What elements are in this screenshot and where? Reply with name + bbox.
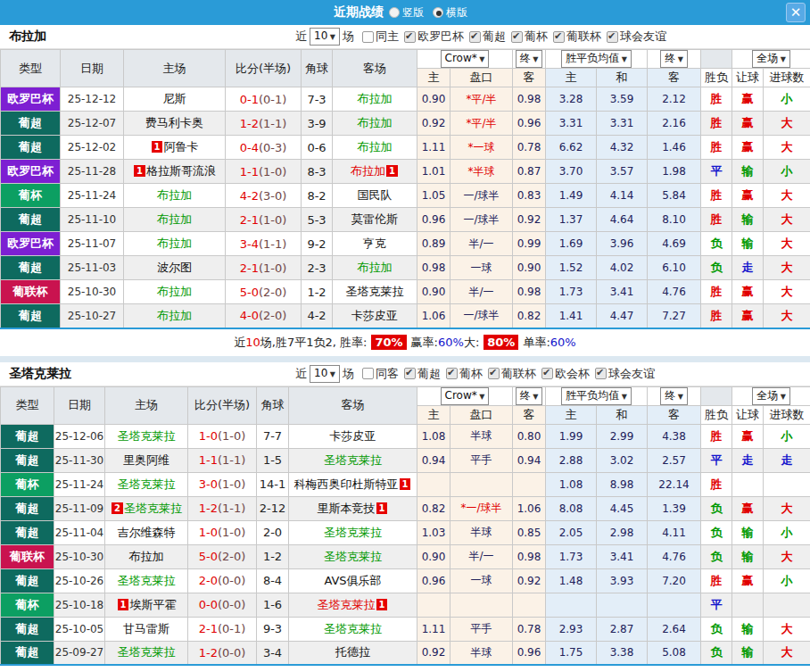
- league-filter-label: 欧罗巴杯: [417, 29, 464, 45]
- league-badge-cell: 葡超: [1, 424, 54, 448]
- date-cell: 25-11-28: [61, 160, 124, 184]
- league-filter-checkbox[interactable]: [404, 31, 416, 43]
- away-team-cell: 卡莎皮亚: [333, 304, 417, 328]
- team-label: 里奥阿维: [123, 453, 169, 467]
- result-goals-cell: 大: [764, 208, 810, 232]
- match-row: 葡超25-10-05甘马雷斯2-1(0-1)9-3圣塔克莱拉1.11平手0.78…: [1, 617, 810, 641]
- team-label: 国民队: [358, 188, 393, 202]
- euro-final-select[interactable]: 终: [660, 50, 688, 68]
- col-handicap-result: 让球: [732, 405, 764, 424]
- team-label: 布拉加: [358, 140, 393, 153]
- score-cell: 0-4(0-3): [226, 136, 302, 160]
- result-outcome-cell: 胜: [701, 424, 732, 448]
- result-handicap-cell: 赢: [732, 184, 764, 208]
- asian-away-odds-cell: 0.83: [513, 184, 546, 208]
- col-euro-draw: 和: [597, 69, 648, 87]
- score-cell: 0-0(0-0): [188, 593, 257, 617]
- league-filter-checkbox[interactable]: [541, 368, 553, 379]
- team-label: 尼斯: [163, 92, 186, 105]
- col-euro-away: 客: [648, 69, 701, 87]
- match-count-select[interactable]: 10: [310, 28, 340, 46]
- result-goals-cell: 小: [764, 520, 810, 544]
- league-badge-cell: 欧罗巴杯: [1, 232, 61, 256]
- result-goals-cell: 小: [764, 568, 810, 593]
- handicap-cell: 半球: [450, 424, 513, 448]
- corner-cell: 0-6: [302, 136, 333, 160]
- team-label: 圣塔克莱拉: [346, 285, 404, 298]
- scope-select[interactable]: 全场: [752, 50, 790, 68]
- euro-home-odds-cell: 2.93: [546, 617, 597, 641]
- team-label: 布拉加: [358, 92, 393, 105]
- team-label: 阿鲁卡: [163, 140, 198, 153]
- league-badge-cell: 葡超: [1, 112, 61, 136]
- away-team-cell: 圣塔克莱拉: [289, 448, 417, 472]
- league-badge-cell: 欧罗巴杯: [1, 87, 61, 112]
- league-badge-cell: 葡超: [1, 520, 54, 544]
- match-row: 葡联杯25-10-30布拉加5-0(2-0)1-2圣塔克莱拉0.90半/一0.9…: [1, 544, 810, 568]
- asian-home-odds-cell: 0.94: [417, 448, 450, 472]
- col-date: 日期: [54, 386, 105, 424]
- summary-segment: 场,胜7平1负2, 胜率:: [260, 335, 368, 351]
- same-venue-checkbox[interactable]: [362, 31, 374, 43]
- euro-average-select[interactable]: 胜平负均值: [561, 387, 632, 405]
- titlebar: 近期战绩 竖版 横版 ✕: [0, 0, 810, 25]
- euro-final-select[interactable]: 终: [660, 387, 688, 405]
- match-count-select[interactable]: 10: [310, 365, 340, 383]
- home-team-cell: 里奥阿维: [105, 448, 188, 472]
- euro-draw-odds-cell: 3.41: [597, 544, 648, 568]
- league-filter-checkbox[interactable]: [488, 368, 500, 379]
- team-label: 波尔图: [157, 261, 192, 274]
- asian-home-odds-cell: 0.92: [417, 641, 450, 665]
- close-icon: ✕: [790, 4, 802, 21]
- result-handicap-cell: 赢: [732, 136, 764, 160]
- team-label: AVS俱乐部: [324, 574, 381, 587]
- league-filter-label: 葡联杯: [566, 29, 601, 45]
- handicap-cell: 一/球半: [450, 208, 513, 232]
- result-outcome-cell: 平: [701, 448, 732, 472]
- euro-away-odds-cell: 4.76: [648, 544, 701, 568]
- league-filter-checkbox[interactable]: [595, 368, 607, 379]
- league-filter-checkbox[interactable]: [469, 31, 481, 43]
- halftime-score: (0-1): [218, 622, 245, 635]
- layout-radio-group: 竖版 横版: [389, 5, 476, 21]
- result-handicap-cell: 输: [732, 520, 764, 544]
- home-team-cell: 布拉加: [124, 280, 226, 304]
- bookmaker-select[interactable]: Crow*: [441, 387, 490, 405]
- league-filter-checkbox[interactable]: [404, 368, 416, 379]
- handicap-cell: [450, 472, 513, 496]
- team-label: 卡莎皮亚: [330, 429, 376, 443]
- euro-draw-odds-cell: 3.96: [597, 232, 648, 256]
- team-label: 圣塔克莱拉: [118, 574, 176, 587]
- red-card-badge: 1: [386, 165, 398, 177]
- league-filter-checkbox[interactable]: [511, 31, 523, 43]
- league-filter-checkbox[interactable]: [553, 31, 565, 43]
- date-cell: 25-10-30: [54, 544, 105, 568]
- away-team-cell: 卡莎皮亚: [289, 424, 417, 448]
- result-outcome-cell: 平: [701, 593, 732, 617]
- home-team-cell: 布拉加: [105, 544, 188, 568]
- fulltime-score: 1-0: [199, 526, 218, 539]
- asian-final-select[interactable]: 终: [516, 50, 543, 68]
- scope-select[interactable]: 全场: [752, 387, 790, 405]
- vertical-layout-label: 竖版: [402, 5, 424, 21]
- league-filter-checkbox[interactable]: [607, 31, 618, 43]
- team-label: 圣塔克莱拉: [324, 526, 382, 539]
- section-header: 布拉加 近10场同主欧罗巴杯葡超葡杯葡联杯球会友谊: [0, 25, 810, 49]
- team-name: 布拉加: [9, 29, 46, 45]
- summary-segment: 大:: [464, 335, 479, 351]
- section-separator: [0, 356, 810, 362]
- result-outcome-cell: 胜: [701, 208, 732, 232]
- bookmaker-select[interactable]: Crow*: [441, 50, 490, 68]
- league-badge-cell: 葡超: [1, 136, 61, 160]
- euro-average-select[interactable]: 胜平负均值: [561, 50, 632, 68]
- corner-cell: 2-3: [302, 256, 333, 280]
- league-filter-checkbox[interactable]: [446, 368, 458, 379]
- horizontal-layout-radio[interactable]: 横版: [433, 5, 467, 21]
- halftime-score: (1-1): [259, 237, 286, 251]
- fulltime-score: 2-0: [199, 574, 218, 587]
- vertical-layout-radio[interactable]: 竖版: [389, 5, 424, 21]
- close-button[interactable]: ✕: [786, 3, 806, 22]
- same-venue-checkbox[interactable]: [362, 368, 374, 379]
- asian-final-select[interactable]: 终: [516, 387, 543, 405]
- home-team-cell: 费马利卡奥: [124, 112, 226, 136]
